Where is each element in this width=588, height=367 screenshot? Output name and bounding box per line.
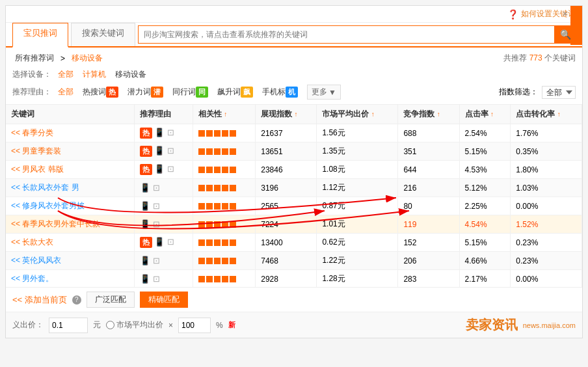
star	[230, 258, 236, 264]
avg-price-cell: 1.35元	[317, 143, 398, 161]
compete-sort-icon[interactable]: ↑	[437, 111, 440, 118]
device-computer[interactable]: 计算机	[80, 68, 109, 81]
star	[230, 148, 236, 155]
search-input[interactable]	[138, 25, 555, 44]
chevron-down-icon: ▼	[328, 88, 336, 97]
keyword-link[interactable]: << 春季分类	[11, 128, 53, 137]
relevance-cell	[193, 161, 255, 179]
avg-price-radio[interactable]: 市场平均出价	[106, 319, 163, 331]
star	[206, 258, 213, 264]
star	[206, 239, 213, 246]
top-bar: ❓ 如何设置关键词 ×	[6, 6, 582, 23]
ctr-cell: 4.54%	[459, 215, 511, 234]
stars-bar	[198, 130, 250, 137]
check-icon: ⊡	[150, 219, 160, 229]
cvr-cell: 0.35%	[511, 143, 582, 161]
reason-rise[interactable]: 飙升词飙	[215, 86, 256, 98]
device-all[interactable]: 全部	[55, 68, 76, 81]
reason-all[interactable]: 全部	[55, 86, 76, 98]
reason-filter-row: 推荐理由： 全部 热搜词热 潜力词潜 同行词同 飙升词飙 手机标机 更多 ▼	[12, 83, 576, 102]
add-current-page[interactable]: << 添加当前页	[12, 294, 67, 306]
ctr-sort-icon[interactable]: ↑	[490, 111, 494, 118]
avg-price-cell: 1.22元	[317, 252, 398, 270]
cvr-cell: 1.80%	[511, 161, 582, 179]
reason-hot[interactable]: 热搜词热	[80, 86, 121, 98]
keyword-cell: << 春季分类	[6, 124, 135, 143]
pct-input[interactable]	[178, 318, 211, 333]
col-reason: 推荐理由	[135, 105, 193, 124]
display-sort-icon[interactable]: ↑	[295, 111, 298, 118]
table-row: << 长款风衣外套 男📱 ⊡31961.12元2165.12%1.03%	[6, 179, 582, 197]
star	[198, 148, 205, 155]
add-help-icon[interactable]: ?	[72, 295, 81, 305]
ctr-cell: 2.25%	[459, 197, 511, 215]
reason-cell: 📱 ⊡	[135, 215, 193, 234]
compete-idx-cell: 688	[398, 124, 459, 143]
pct-unit: %	[216, 321, 223, 330]
col-keyword: 关键词	[6, 105, 135, 124]
keyword-cell: << 修身风衣外套男披	[6, 197, 135, 215]
keyword-link[interactable]: << 长款风衣外套 男	[11, 183, 79, 192]
table-row: << 春季风衣男外套中长款📱 ⊡72241.01元1194.54%1.52%	[6, 215, 582, 234]
cvr-cell: 0.23%	[511, 252, 582, 270]
keyword-link[interactable]: << 男童季套装	[11, 146, 61, 156]
star	[214, 276, 220, 282]
device-mobile[interactable]: 移动设备	[113, 68, 149, 81]
star	[198, 258, 205, 264]
reason-rise-badge: 飙	[241, 87, 253, 98]
star	[198, 239, 205, 246]
display-idx-cell: 7468	[256, 252, 317, 270]
reason-phone[interactable]: 手机标机	[260, 86, 301, 98]
reason-phone-badge: 机	[286, 87, 298, 98]
keyword-link[interactable]: << 男风衣 韩版	[11, 165, 64, 174]
keyword-link[interactable]: << 男外套。	[11, 274, 53, 283]
index-filter-select[interactable]: 全部	[542, 86, 576, 99]
keyword-cell: << 春季风衣男外套中长款	[6, 215, 135, 234]
reason-potential[interactable]: 潜力词潜	[125, 86, 166, 98]
relevance-sort-icon[interactable]: ↑	[224, 111, 227, 118]
breadcrumb-current[interactable]: 移动设备	[69, 52, 105, 64]
table-row: << 修身风衣外套男披📱 ⊡25650.87元802.25%0.00%	[6, 197, 582, 215]
total-count: 共推荐 773 个关键词	[503, 53, 576, 64]
cvr-cell: 0.23%	[511, 234, 582, 252]
reason-cell: 热 📱 ⊡	[135, 124, 193, 143]
tab-baobei[interactable]: 宝贝推词	[12, 23, 68, 48]
hot-badge: 热	[140, 237, 152, 248]
broad-match-btn[interactable]: 广泛匹配	[87, 292, 135, 308]
exact-match-btn[interactable]: 精确匹配	[140, 292, 188, 308]
price-input[interactable]	[49, 318, 88, 333]
reason-cell: 热 📱 ⊡	[135, 234, 193, 252]
device-icon: 📱	[154, 164, 165, 174]
keyword-link[interactable]: << 长款大衣	[11, 238, 53, 247]
keyword-link[interactable]: << 春季风衣男外套中长款	[11, 219, 100, 228]
price-unit: 元	[93, 319, 101, 331]
cvr-sort-icon[interactable]: ↑	[557, 111, 561, 118]
cvr-cell: 0.00%	[511, 197, 582, 215]
close-icon[interactable]: ×	[563, 8, 568, 19]
star	[206, 167, 213, 173]
keyword-link[interactable]: << 英伦风风衣	[11, 256, 61, 265]
reason-cell: 📱 ⊡	[135, 252, 193, 270]
star	[222, 148, 228, 155]
star	[198, 167, 205, 173]
star	[214, 221, 220, 228]
cvr-cell: 1.52%	[511, 215, 582, 234]
table-row: << 长款大衣热 📱 ⊡134000.62元1525.15%0.23%	[6, 234, 582, 252]
breadcrumb-all[interactable]: 所有推荐词	[12, 52, 57, 64]
keyword-link[interactable]: << 修身风衣外套男披	[11, 201, 85, 210]
cvr-cell: 0.00%	[511, 270, 582, 288]
relevance-cell	[193, 143, 255, 161]
star	[230, 167, 236, 173]
relevance-cell	[193, 252, 255, 270]
reason-peer-badge: 同	[196, 87, 208, 98]
more-dropdown-btn[interactable]: 更多 ▼	[307, 85, 341, 100]
tab-search[interactable]: 搜索关键词	[71, 23, 135, 46]
display-idx-cell: 2928	[256, 270, 317, 288]
price-sort-icon[interactable]: ↑	[371, 111, 375, 118]
compete-idx-cell: 351	[398, 143, 459, 161]
display-idx-cell: 21637	[256, 124, 317, 143]
stars-bar	[198, 185, 250, 191]
avg-price-radio-input[interactable]	[106, 321, 114, 329]
reason-peer[interactable]: 同行词同	[170, 86, 211, 98]
table-row: << 春季分类热 📱 ⊡216371.56元6882.54%1.76%	[6, 124, 582, 143]
